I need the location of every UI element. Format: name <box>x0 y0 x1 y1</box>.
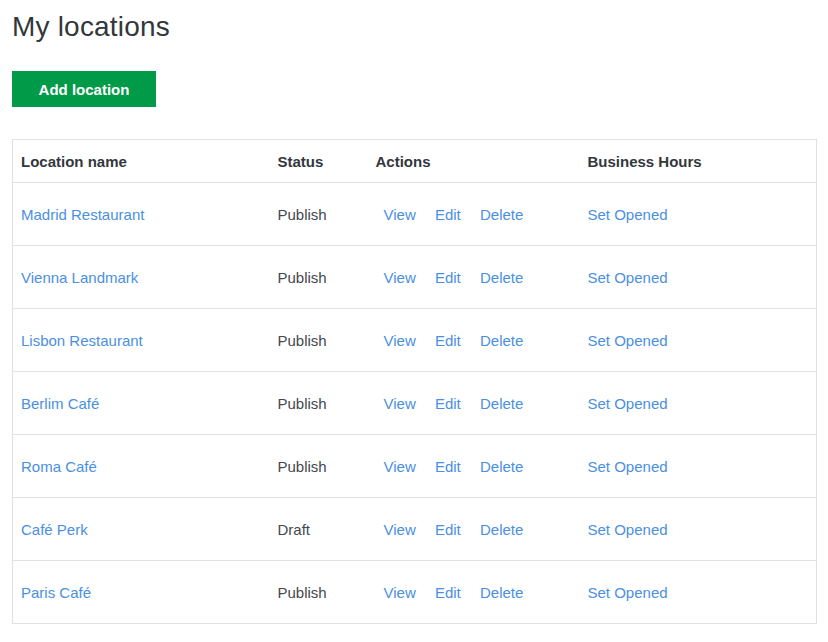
status-cell: Publish <box>270 435 368 498</box>
view-link[interactable]: View <box>384 395 416 412</box>
actions-cell: View Edit Delete <box>368 372 580 435</box>
actions-cell: View Edit Delete <box>368 498 580 561</box>
edit-link[interactable]: Edit <box>435 458 461 475</box>
set-opened-link[interactable]: Set Opened <box>588 521 668 538</box>
table-row: Roma Café Publish View Edit Delete Set O… <box>13 435 817 498</box>
actions-cell: View Edit Delete <box>368 309 580 372</box>
table-row: Paris Café Publish View Edit Delete Set … <box>13 561 817 624</box>
business-hours-cell: Set Opened <box>580 246 817 309</box>
column-header-location-name: Location name <box>13 140 270 183</box>
locations-table: Location name Status Actions Business Ho… <box>12 139 817 624</box>
set-opened-link[interactable]: Set Opened <box>588 269 668 286</box>
location-name-cell: Roma Café <box>13 435 270 498</box>
edit-link[interactable]: Edit <box>435 521 461 538</box>
table-row: Café Perk Draft View Edit Delete Set Ope… <box>13 498 817 561</box>
location-name-link[interactable]: Berlim Café <box>21 395 99 412</box>
location-name-link[interactable]: Madrid Restaurant <box>21 206 144 223</box>
status-cell: Draft <box>270 498 368 561</box>
status-cell: Publish <box>270 183 368 246</box>
status-text: Publish <box>278 206 327 223</box>
location-name-link[interactable]: Lisbon Restaurant <box>21 332 143 349</box>
actions-cell: View Edit Delete <box>368 561 580 624</box>
locations-table-body: Madrid Restaurant Publish View Edit Dele… <box>13 183 817 624</box>
location-name-link[interactable]: Café Perk <box>21 521 88 538</box>
delete-link[interactable]: Delete <box>480 521 523 538</box>
location-name-cell: Berlim Café <box>13 372 270 435</box>
status-cell: Publish <box>270 309 368 372</box>
status-text: Draft <box>278 521 311 538</box>
location-name-link[interactable]: Vienna Landmark <box>21 269 138 286</box>
edit-link[interactable]: Edit <box>435 269 461 286</box>
edit-link[interactable]: Edit <box>435 584 461 601</box>
status-cell: Publish <box>270 246 368 309</box>
status-text: Publish <box>278 458 327 475</box>
delete-link[interactable]: Delete <box>480 395 523 412</box>
business-hours-cell: Set Opened <box>580 435 817 498</box>
edit-link[interactable]: Edit <box>435 395 461 412</box>
business-hours-cell: Set Opened <box>580 561 817 624</box>
table-header-row: Location name Status Actions Business Ho… <box>13 140 817 183</box>
my-locations-page: My locations Add location Location name … <box>0 0 828 640</box>
set-opened-link[interactable]: Set Opened <box>588 206 668 223</box>
business-hours-cell: Set Opened <box>580 309 817 372</box>
set-opened-link[interactable]: Set Opened <box>588 584 668 601</box>
edit-link[interactable]: Edit <box>435 332 461 349</box>
location-name-cell: Paris Café <box>13 561 270 624</box>
status-text: Publish <box>278 584 327 601</box>
delete-link[interactable]: Delete <box>480 269 523 286</box>
view-link[interactable]: View <box>384 521 416 538</box>
status-cell: Publish <box>270 372 368 435</box>
delete-link[interactable]: Delete <box>480 458 523 475</box>
location-name-cell: Café Perk <box>13 498 270 561</box>
column-header-actions: Actions <box>368 140 580 183</box>
set-opened-link[interactable]: Set Opened <box>588 458 668 475</box>
view-link[interactable]: View <box>384 584 416 601</box>
view-link[interactable]: View <box>384 458 416 475</box>
location-name-link[interactable]: Paris Café <box>21 584 91 601</box>
column-header-status: Status <box>270 140 368 183</box>
page-title: My locations <box>12 12 816 41</box>
actions-cell: View Edit Delete <box>368 183 580 246</box>
actions-cell: View Edit Delete <box>368 246 580 309</box>
business-hours-cell: Set Opened <box>580 372 817 435</box>
location-name-cell: Madrid Restaurant <box>13 183 270 246</box>
delete-link[interactable]: Delete <box>480 332 523 349</box>
add-location-button[interactable]: Add location <box>12 71 156 107</box>
view-link[interactable]: View <box>384 206 416 223</box>
view-link[interactable]: View <box>384 269 416 286</box>
edit-link[interactable]: Edit <box>435 206 461 223</box>
table-row: Madrid Restaurant Publish View Edit Dele… <box>13 183 817 246</box>
status-text: Publish <box>278 332 327 349</box>
status-text: Publish <box>278 269 327 286</box>
set-opened-link[interactable]: Set Opened <box>588 395 668 412</box>
location-name-link[interactable]: Roma Café <box>21 458 97 475</box>
table-row: Lisbon Restaurant Publish View Edit Dele… <box>13 309 817 372</box>
table-head: Location name Status Actions Business Ho… <box>13 140 817 183</box>
location-name-cell: Vienna Landmark <box>13 246 270 309</box>
status-cell: Publish <box>270 561 368 624</box>
delete-link[interactable]: Delete <box>480 206 523 223</box>
column-header-business-hours: Business Hours <box>580 140 817 183</box>
business-hours-cell: Set Opened <box>580 183 817 246</box>
delete-link[interactable]: Delete <box>480 584 523 601</box>
set-opened-link[interactable]: Set Opened <box>588 332 668 349</box>
actions-cell: View Edit Delete <box>368 435 580 498</box>
business-hours-cell: Set Opened <box>580 498 817 561</box>
table-row: Vienna Landmark Publish View Edit Delete… <box>13 246 817 309</box>
location-name-cell: Lisbon Restaurant <box>13 309 270 372</box>
table-row: Berlim Café Publish View Edit Delete Set… <box>13 372 817 435</box>
status-text: Publish <box>278 395 327 412</box>
view-link[interactable]: View <box>384 332 416 349</box>
